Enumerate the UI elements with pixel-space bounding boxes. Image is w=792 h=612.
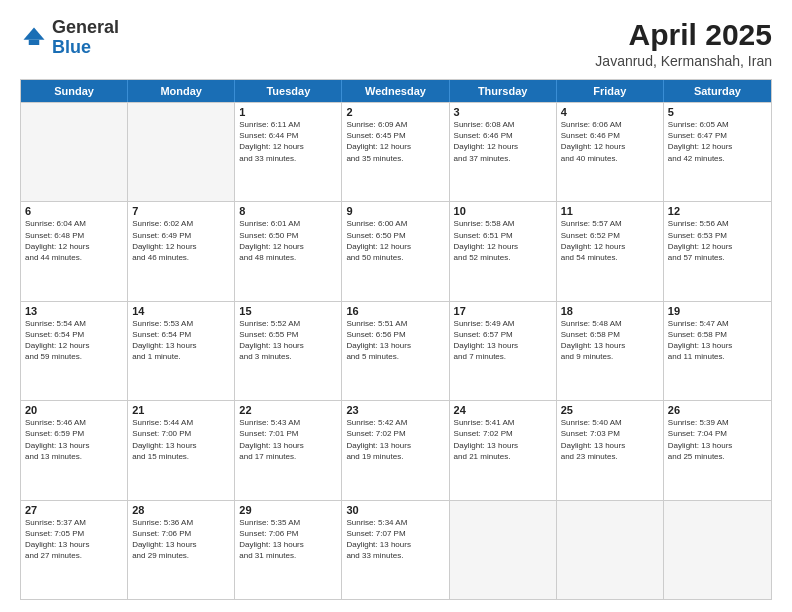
day-number: 19 (668, 305, 767, 317)
calendar-week-2: 6Sunrise: 6:04 AM Sunset: 6:48 PM Daylig… (21, 201, 771, 300)
day-number: 7 (132, 205, 230, 217)
day-info: Sunrise: 5:43 AM Sunset: 7:01 PM Dayligh… (239, 417, 337, 462)
day-info: Sunrise: 5:36 AM Sunset: 7:06 PM Dayligh… (132, 517, 230, 562)
day-number: 30 (346, 504, 444, 516)
logo-general: General (52, 17, 119, 37)
day-24: 24Sunrise: 5:41 AM Sunset: 7:02 PM Dayli… (450, 401, 557, 499)
day-number: 20 (25, 404, 123, 416)
day-info: Sunrise: 5:40 AM Sunset: 7:03 PM Dayligh… (561, 417, 659, 462)
day-number: 5 (668, 106, 767, 118)
day-9: 9Sunrise: 6:00 AM Sunset: 6:50 PM Daylig… (342, 202, 449, 300)
day-info: Sunrise: 6:08 AM Sunset: 6:46 PM Dayligh… (454, 119, 552, 164)
day-number: 4 (561, 106, 659, 118)
header-day-saturday: Saturday (664, 80, 771, 102)
day-10: 10Sunrise: 5:58 AM Sunset: 6:51 PM Dayli… (450, 202, 557, 300)
day-info: Sunrise: 5:34 AM Sunset: 7:07 PM Dayligh… (346, 517, 444, 562)
header-day-thursday: Thursday (450, 80, 557, 102)
svg-rect-1 (29, 40, 40, 45)
logo-icon (20, 24, 48, 52)
day-info: Sunrise: 6:00 AM Sunset: 6:50 PM Dayligh… (346, 218, 444, 263)
day-28: 28Sunrise: 5:36 AM Sunset: 7:06 PM Dayli… (128, 501, 235, 599)
header-day-friday: Friday (557, 80, 664, 102)
day-4: 4Sunrise: 6:06 AM Sunset: 6:46 PM Daylig… (557, 103, 664, 201)
day-8: 8Sunrise: 6:01 AM Sunset: 6:50 PM Daylig… (235, 202, 342, 300)
day-20: 20Sunrise: 5:46 AM Sunset: 6:59 PM Dayli… (21, 401, 128, 499)
day-info: Sunrise: 5:37 AM Sunset: 7:05 PM Dayligh… (25, 517, 123, 562)
day-15: 15Sunrise: 5:52 AM Sunset: 6:55 PM Dayli… (235, 302, 342, 400)
day-number: 10 (454, 205, 552, 217)
day-info: Sunrise: 5:39 AM Sunset: 7:04 PM Dayligh… (668, 417, 767, 462)
calendar-week-3: 13Sunrise: 5:54 AM Sunset: 6:54 PM Dayli… (21, 301, 771, 400)
day-info: Sunrise: 6:05 AM Sunset: 6:47 PM Dayligh… (668, 119, 767, 164)
calendar-header: SundayMondayTuesdayWednesdayThursdayFrid… (21, 80, 771, 102)
logo: General Blue (20, 18, 119, 58)
day-27: 27Sunrise: 5:37 AM Sunset: 7:05 PM Dayli… (21, 501, 128, 599)
day-info: Sunrise: 5:53 AM Sunset: 6:54 PM Dayligh… (132, 318, 230, 363)
calendar-week-4: 20Sunrise: 5:46 AM Sunset: 6:59 PM Dayli… (21, 400, 771, 499)
day-info: Sunrise: 5:41 AM Sunset: 7:02 PM Dayligh… (454, 417, 552, 462)
day-18: 18Sunrise: 5:48 AM Sunset: 6:58 PM Dayli… (557, 302, 664, 400)
location: Javanrud, Kermanshah, Iran (595, 53, 772, 69)
day-number: 12 (668, 205, 767, 217)
empty-cell (557, 501, 664, 599)
day-16: 16Sunrise: 5:51 AM Sunset: 6:56 PM Dayli… (342, 302, 449, 400)
day-23: 23Sunrise: 5:42 AM Sunset: 7:02 PM Dayli… (342, 401, 449, 499)
day-14: 14Sunrise: 5:53 AM Sunset: 6:54 PM Dayli… (128, 302, 235, 400)
day-info: Sunrise: 5:51 AM Sunset: 6:56 PM Dayligh… (346, 318, 444, 363)
day-12: 12Sunrise: 5:56 AM Sunset: 6:53 PM Dayli… (664, 202, 771, 300)
day-3: 3Sunrise: 6:08 AM Sunset: 6:46 PM Daylig… (450, 103, 557, 201)
day-number: 22 (239, 404, 337, 416)
day-19: 19Sunrise: 5:47 AM Sunset: 6:58 PM Dayli… (664, 302, 771, 400)
day-info: Sunrise: 5:52 AM Sunset: 6:55 PM Dayligh… (239, 318, 337, 363)
day-number: 25 (561, 404, 659, 416)
day-number: 11 (561, 205, 659, 217)
calendar-body: 1Sunrise: 6:11 AM Sunset: 6:44 PM Daylig… (21, 102, 771, 599)
day-number: 2 (346, 106, 444, 118)
header-day-sunday: Sunday (21, 80, 128, 102)
day-number: 18 (561, 305, 659, 317)
header-day-wednesday: Wednesday (342, 80, 449, 102)
day-info: Sunrise: 6:02 AM Sunset: 6:49 PM Dayligh… (132, 218, 230, 263)
day-21: 21Sunrise: 5:44 AM Sunset: 7:00 PM Dayli… (128, 401, 235, 499)
day-info: Sunrise: 5:42 AM Sunset: 7:02 PM Dayligh… (346, 417, 444, 462)
day-17: 17Sunrise: 5:49 AM Sunset: 6:57 PM Dayli… (450, 302, 557, 400)
day-5: 5Sunrise: 6:05 AM Sunset: 6:47 PM Daylig… (664, 103, 771, 201)
empty-cell (450, 501, 557, 599)
empty-cell (21, 103, 128, 201)
day-number: 21 (132, 404, 230, 416)
day-29: 29Sunrise: 5:35 AM Sunset: 7:06 PM Dayli… (235, 501, 342, 599)
svg-marker-0 (24, 27, 45, 39)
day-number: 3 (454, 106, 552, 118)
day-25: 25Sunrise: 5:40 AM Sunset: 7:03 PM Dayli… (557, 401, 664, 499)
header-day-monday: Monday (128, 80, 235, 102)
day-2: 2Sunrise: 6:09 AM Sunset: 6:45 PM Daylig… (342, 103, 449, 201)
day-number: 23 (346, 404, 444, 416)
day-number: 24 (454, 404, 552, 416)
day-number: 28 (132, 504, 230, 516)
day-22: 22Sunrise: 5:43 AM Sunset: 7:01 PM Dayli… (235, 401, 342, 499)
day-number: 8 (239, 205, 337, 217)
day-info: Sunrise: 5:54 AM Sunset: 6:54 PM Dayligh… (25, 318, 123, 363)
page: General Blue April 2025 Javanrud, Kerman… (0, 0, 792, 612)
day-13: 13Sunrise: 5:54 AM Sunset: 6:54 PM Dayli… (21, 302, 128, 400)
day-info: Sunrise: 6:11 AM Sunset: 6:44 PM Dayligh… (239, 119, 337, 164)
day-number: 9 (346, 205, 444, 217)
empty-cell (128, 103, 235, 201)
day-info: Sunrise: 5:47 AM Sunset: 6:58 PM Dayligh… (668, 318, 767, 363)
day-number: 1 (239, 106, 337, 118)
day-number: 16 (346, 305, 444, 317)
day-info: Sunrise: 5:35 AM Sunset: 7:06 PM Dayligh… (239, 517, 337, 562)
day-info: Sunrise: 5:48 AM Sunset: 6:58 PM Dayligh… (561, 318, 659, 363)
day-6: 6Sunrise: 6:04 AM Sunset: 6:48 PM Daylig… (21, 202, 128, 300)
calendar: SundayMondayTuesdayWednesdayThursdayFrid… (20, 79, 772, 600)
day-number: 26 (668, 404, 767, 416)
day-number: 13 (25, 305, 123, 317)
day-info: Sunrise: 5:49 AM Sunset: 6:57 PM Dayligh… (454, 318, 552, 363)
header: General Blue April 2025 Javanrud, Kerman… (20, 18, 772, 69)
day-number: 6 (25, 205, 123, 217)
day-number: 29 (239, 504, 337, 516)
day-info: Sunrise: 5:57 AM Sunset: 6:52 PM Dayligh… (561, 218, 659, 263)
day-26: 26Sunrise: 5:39 AM Sunset: 7:04 PM Dayli… (664, 401, 771, 499)
day-info: Sunrise: 5:58 AM Sunset: 6:51 PM Dayligh… (454, 218, 552, 263)
header-day-tuesday: Tuesday (235, 80, 342, 102)
